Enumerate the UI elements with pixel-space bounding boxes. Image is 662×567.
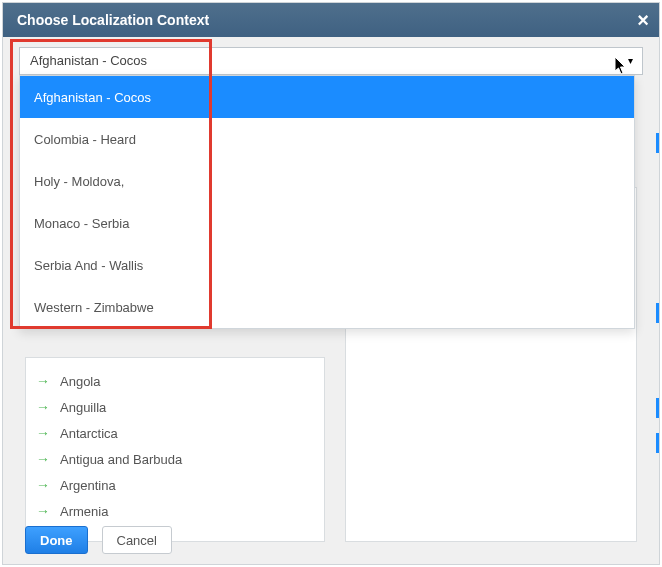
country-label: Anguilla xyxy=(60,400,106,415)
country-list[interactable]: →Angola→Anguilla→Antarctica→Antigua and … xyxy=(25,357,325,542)
close-icon[interactable]: × xyxy=(637,10,649,30)
dropdown-option[interactable]: Western - Zimbabwe xyxy=(20,286,634,328)
cancel-button[interactable]: Cancel xyxy=(102,526,172,554)
localization-dialog: Choose Localization Context × Afghanista… xyxy=(2,2,660,565)
country-row[interactable]: →Antarctica xyxy=(26,420,324,446)
arrow-right-icon: → xyxy=(36,426,50,440)
range-select-value[interactable]: Afghanistan - Cocos xyxy=(19,47,643,75)
arrow-right-icon: → xyxy=(36,452,50,466)
range-dropdown[interactable]: Afghanistan - CocosColombia - HeardHoly … xyxy=(19,75,635,329)
dialog-footer: Done Cancel xyxy=(25,526,172,554)
done-button[interactable]: Done xyxy=(25,526,88,554)
dropdown-option[interactable]: Holy - Moldova, xyxy=(20,160,634,202)
country-row[interactable]: →Argentina xyxy=(26,472,324,498)
edge-marker xyxy=(656,133,659,153)
dropdown-option[interactable]: Colombia - Heard xyxy=(20,118,634,160)
country-label: Argentina xyxy=(60,478,116,493)
dropdown-option[interactable]: Serbia And - Wallis xyxy=(20,244,634,286)
country-row[interactable]: →Angola xyxy=(26,368,324,394)
country-label: Angola xyxy=(60,374,100,389)
dropdown-option[interactable]: Afghanistan - Cocos xyxy=(20,76,634,118)
arrow-right-icon: → xyxy=(36,374,50,388)
country-label: Antigua and Barbuda xyxy=(60,452,182,467)
arrow-right-icon: → xyxy=(36,478,50,492)
dropdown-option[interactable]: Monaco - Serbia xyxy=(20,202,634,244)
arrow-right-icon: → xyxy=(36,400,50,414)
edge-marker xyxy=(656,398,659,418)
dialog-body: Afghanistan - Cocos ▾ Afghanistan - Coco… xyxy=(3,37,659,564)
country-row[interactable]: →Armenia xyxy=(26,498,324,524)
edge-marker xyxy=(656,433,659,453)
arrow-right-icon: → xyxy=(36,504,50,518)
country-label: Antarctica xyxy=(60,426,118,441)
dialog-title: Choose Localization Context xyxy=(17,12,209,28)
edge-marker xyxy=(656,303,659,323)
country-row[interactable]: →Antigua and Barbuda xyxy=(26,446,324,472)
dialog-header: Choose Localization Context × xyxy=(3,3,659,37)
range-select[interactable]: Afghanistan - Cocos ▾ xyxy=(19,47,643,75)
country-label: Armenia xyxy=(60,504,108,519)
country-row[interactable]: →Anguilla xyxy=(26,394,324,420)
